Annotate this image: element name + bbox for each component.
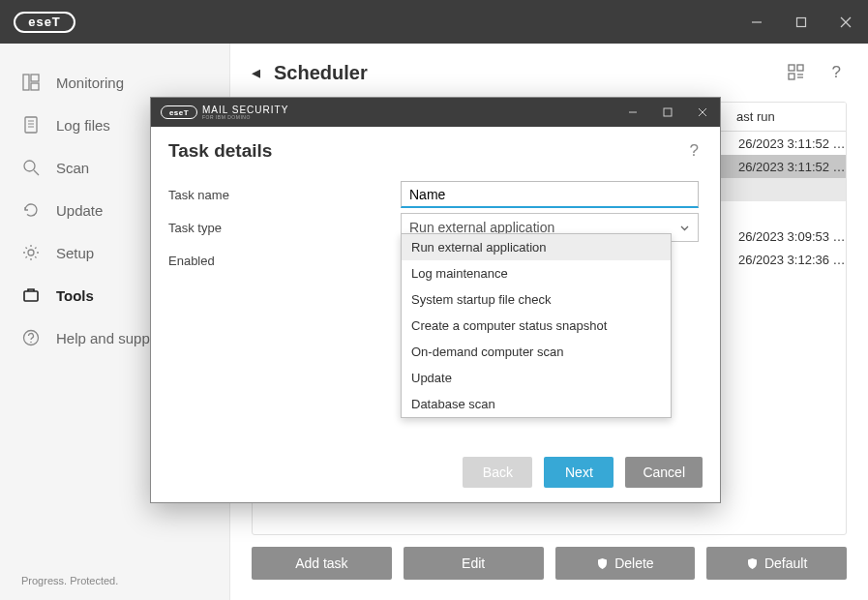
shield-icon <box>746 557 759 570</box>
delete-button[interactable]: Delete <box>555 547 696 580</box>
dropdown-option[interactable]: Run external application <box>402 234 671 260</box>
close-button[interactable] <box>823 0 868 44</box>
svg-point-16 <box>30 342 32 344</box>
shield-icon <box>596 557 609 570</box>
maximize-icon <box>795 16 807 28</box>
dialog-close-button[interactable] <box>685 98 720 127</box>
dialog-maximize-button[interactable] <box>650 98 685 127</box>
svg-rect-7 <box>25 117 37 133</box>
view-toggle-icon[interactable] <box>788 64 805 81</box>
maximize-button[interactable] <box>779 0 823 44</box>
task-details-dialog: eseT MAIL SECURITY FOR IBM DOMINO Task d… <box>150 97 721 503</box>
sidebar-item-label: Scan <box>56 160 89 176</box>
edit-button[interactable]: Edit <box>404 547 544 580</box>
close-icon <box>698 107 707 117</box>
dropdown-option[interactable]: On-demand computer scan <box>402 339 671 365</box>
add-task-button[interactable]: Add task <box>252 547 392 580</box>
svg-point-11 <box>24 161 35 171</box>
svg-rect-19 <box>789 74 794 79</box>
minimize-icon <box>751 16 763 28</box>
eset-logo-glyph: eseT <box>161 105 197 119</box>
svg-rect-4 <box>23 75 29 90</box>
sidebar-item-label: Update <box>56 202 103 219</box>
sidebar-footer: Progress. Protected. <box>0 561 229 600</box>
monitoring-icon <box>21 74 41 91</box>
chevron-down-icon <box>679 223 690 233</box>
task-name-label: Task name <box>168 188 401 202</box>
dialog-heading: Task details <box>168 140 272 162</box>
task-type-label: Task type <box>168 221 401 235</box>
minimize-button[interactable] <box>734 0 779 44</box>
dialog-minimize-button[interactable] <box>615 98 650 127</box>
dropdown-option[interactable]: Create a computer status snapshot <box>402 313 671 339</box>
minimize-icon <box>628 107 638 117</box>
next-button[interactable]: Next <box>544 457 614 488</box>
sidebar-item-label: Setup <box>56 245 94 261</box>
maximize-icon <box>663 107 673 117</box>
back-chevron-icon[interactable]: ◂ <box>252 62 260 83</box>
task-type-dropdown: Run external application Log maintenance… <box>401 233 672 418</box>
col-last-run: ast run <box>736 109 775 124</box>
page-title: Scheduler <box>274 62 368 84</box>
sidebar-item-label: Tools <box>56 287 94 304</box>
close-icon <box>840 16 852 28</box>
dropdown-option[interactable]: System startup file check <box>402 286 671 313</box>
tools-icon <box>21 286 41 304</box>
svg-point-13 <box>28 250 34 255</box>
app-title-bar: eseT MAIL SECURITY FOR IBM DOMINO <box>0 0 868 44</box>
task-name-input[interactable] <box>401 181 699 208</box>
enabled-label: Enabled <box>168 254 401 268</box>
dropdown-option[interactable]: Update <box>402 365 671 391</box>
dialog-brand-main: MAIL SECURITY <box>202 105 288 115</box>
svg-rect-17 <box>789 65 794 71</box>
svg-rect-5 <box>31 75 39 81</box>
eset-logo-glyph: eseT <box>14 12 75 33</box>
default-button[interactable]: Default <box>706 547 847 580</box>
content-header: ◂ Scheduler ? <box>230 44 868 102</box>
back-button: Back <box>463 457 532 488</box>
dialog-brand-sub: FOR IBM DOMINO <box>202 115 288 120</box>
svg-line-12 <box>34 170 39 175</box>
bottom-action-bar: Add task Edit Delete Default <box>230 547 868 597</box>
logfiles-icon <box>21 116 41 134</box>
svg-rect-18 <box>797 65 803 71</box>
update-icon <box>21 201 41 219</box>
help-icon <box>21 329 41 346</box>
dialog-help-icon[interactable]: ? <box>690 141 699 161</box>
dialog-footer: Back Next Cancel <box>151 442 720 502</box>
dialog-body: Task details ? Task name Task type Run e… <box>151 127 720 442</box>
svg-rect-23 <box>664 108 672 116</box>
dialog-title-bar: eseT MAIL SECURITY FOR IBM DOMINO <box>151 98 720 127</box>
svg-rect-6 <box>31 83 39 90</box>
svg-rect-1 <box>797 17 806 26</box>
sidebar-item-label: Log files <box>56 117 110 134</box>
dialog-logo: eseT MAIL SECURITY FOR IBM DOMINO <box>161 105 288 120</box>
dropdown-option[interactable]: Database scan <box>402 391 671 417</box>
header-help-icon[interactable]: ? <box>832 63 841 82</box>
svg-rect-14 <box>24 291 38 301</box>
scan-icon <box>21 159 41 176</box>
setup-icon <box>21 244 41 261</box>
cancel-button[interactable]: Cancel <box>625 457 703 488</box>
dropdown-option[interactable]: Log maintenance <box>402 260 671 286</box>
sidebar-item-label: Monitoring <box>56 75 124 91</box>
